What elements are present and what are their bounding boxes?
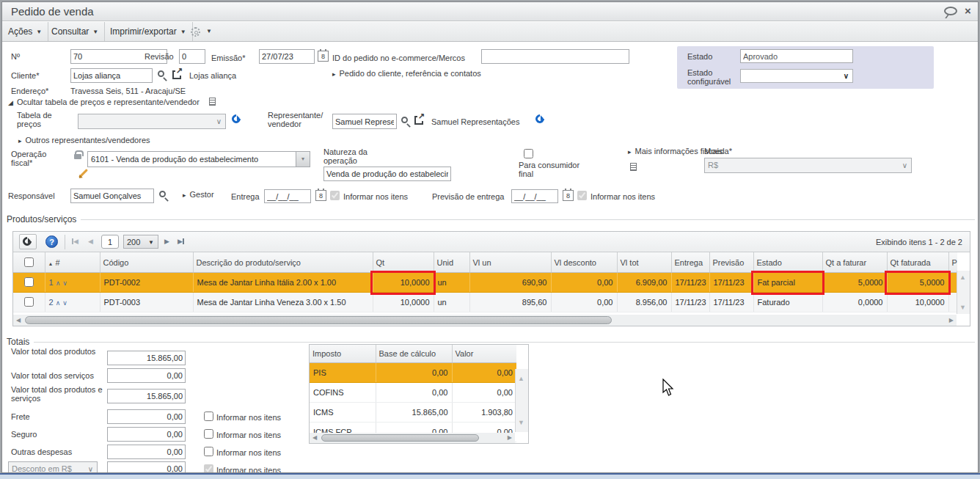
col-estado[interactable]: Estado — [753, 252, 822, 273]
entrega-date-field[interactable] — [264, 189, 311, 203]
operacao-fiscal-combo[interactable]: 6101 - Venda de produção do estabelecime… — [87, 151, 310, 167]
outras-despesas-field[interactable] — [107, 445, 186, 459]
grid-refresh-button[interactable] — [19, 234, 37, 249]
frete-informar-checkbox[interactable] — [204, 412, 213, 421]
page-prev-button[interactable]: ◀ — [88, 238, 93, 245]
scroll-up-icon[interactable]: ▲ — [518, 375, 524, 382]
scroll-down-icon[interactable]: ▼ — [959, 304, 966, 311]
col-vl-tot[interactable]: Vl tot — [617, 252, 671, 273]
move-up-icon[interactable]: ∧ — [56, 299, 61, 307]
scrollbar-thumb[interactable] — [25, 316, 612, 324]
col-qt-faturada[interactable]: Qt faturada — [887, 252, 948, 273]
refresh-icon[interactable] — [230, 113, 243, 125]
move-down-icon[interactable]: ∨ — [62, 299, 67, 307]
outras-informar-checkbox[interactable] — [204, 447, 213, 456]
scroll-left-icon[interactable]: ◀ — [16, 317, 21, 323]
desconto-tipo-select[interactable]: Desconto em R$ ∨ — [8, 461, 98, 473]
scroll-up-icon[interactable]: ▲ — [959, 274, 966, 281]
moeda-select[interactable]: R$ ∨ — [704, 158, 912, 173]
refresh-icon[interactable] — [534, 113, 546, 125]
col-vl-un[interactable]: Vl un — [469, 252, 551, 273]
select-all-checkbox[interactable] — [24, 257, 34, 267]
col-descricao[interactable]: Descrição do produto/serviço — [193, 252, 373, 273]
consumidor-final-checkbox[interactable] — [524, 149, 533, 158]
page-next-button[interactable]: ▶ — [164, 238, 169, 245]
gear-menu-caret-icon[interactable]: ▼ — [206, 28, 212, 34]
document-lines-icon[interactable] — [630, 163, 637, 171]
menu-consultar[interactable]: Consultar▼ — [45, 22, 105, 41]
gear-icon[interactable] — [191, 27, 200, 37]
estado-configuravel-select[interactable]: ∨ — [740, 69, 853, 83]
responsavel-field[interactable] — [70, 189, 154, 203]
scroll-down-icon[interactable]: ▼ — [518, 419, 524, 426]
menu-imprimir-exportar[interactable]: Imprimir/exportar▼ — [104, 22, 193, 41]
calendar-icon[interactable]: 8 — [318, 51, 329, 62]
seguro-informar-checkbox[interactable] — [204, 429, 213, 439]
menu-acoes[interactable]: Ações▼ — [2, 22, 48, 41]
scroll-left-icon[interactable]: ◀ — [312, 434, 317, 441]
cliente-field[interactable] — [70, 68, 153, 83]
col-vl-desconto[interactable]: Vl desconto — [551, 252, 617, 273]
vertical-scrollbar[interactable]: ▲ ▼ — [515, 369, 528, 432]
pedido-cliente-expander[interactable]: ▸Pedido do cliente, referência e contato… — [332, 69, 481, 78]
desconto-field[interactable] — [107, 461, 186, 473]
row-checkbox[interactable] — [24, 297, 34, 307]
scrollbar-thumb[interactable] — [321, 434, 479, 442]
natureza-field[interactable] — [323, 167, 451, 181]
outros-representantes-expander[interactable]: ▸Outros representantes/vendedores — [18, 136, 150, 145]
edit-pencil-icon[interactable] — [78, 169, 88, 178]
scroll-right-icon[interactable]: ▶ — [949, 317, 954, 323]
comment-balloon-icon[interactable] — [944, 7, 957, 15]
col-imposto[interactable]: Imposto — [310, 345, 376, 362]
valor-prod-serv-field[interactable] — [107, 389, 186, 403]
previsao-date-field[interactable] — [511, 189, 558, 203]
page-number-field[interactable] — [101, 235, 119, 249]
horizontal-scrollbar[interactable]: ◀ ▶ — [310, 433, 515, 443]
page-size-select[interactable]: 200 ▼ — [123, 235, 158, 249]
open-record-icon[interactable] — [414, 116, 423, 125]
ocultar-tabela-expander[interactable]: ◢Ocultar tabela de preços e representant… — [8, 98, 200, 106]
search-icon[interactable] — [158, 70, 164, 77]
col-previsao[interactable]: Previsão — [709, 252, 753, 273]
col-qt[interactable]: Qt — [373, 252, 434, 273]
move-up-icon[interactable]: ∧ — [56, 279, 61, 287]
page-last-button[interactable]: ▶ — [178, 238, 184, 245]
horizontal-scrollbar[interactable]: ◀ ▶ — [13, 315, 957, 326]
seguro-field[interactable] — [107, 427, 186, 442]
representante-field[interactable] — [332, 114, 397, 129]
tax-row[interactable]: ICMS 15.865,00 1.903,80 — [310, 402, 516, 422]
help-icon[interactable]: ? — [45, 235, 58, 248]
page-first-button[interactable]: ◀ — [72, 238, 78, 245]
col-qt-a-faturar[interactable]: Qt a faturar — [822, 252, 887, 273]
table-row[interactable]: 1 ∧ ∨ PDT-0002 Mesa de Jantar Linha Itál… — [13, 273, 957, 293]
valor-servicos-field[interactable] — [107, 368, 186, 383]
scroll-right-icon[interactable]: ▶ — [508, 434, 512, 441]
move-down-icon[interactable]: ∨ — [62, 279, 67, 287]
gestor-expander[interactable]: ▸Gestor — [183, 190, 214, 199]
tabela-precos-select[interactable]: ∨ — [78, 114, 226, 129]
valor-produtos-field[interactable] — [107, 351, 186, 365]
row-checkbox[interactable] — [24, 277, 34, 287]
calendar-icon[interactable]: 8 — [563, 190, 574, 201]
tax-row[interactable]: COFINS 0,00 0,00 — [310, 382, 516, 402]
col-pro[interactable]: Pro — [948, 252, 957, 273]
search-icon[interactable] — [401, 117, 408, 123]
table-row[interactable]: 2 ∧ ∨ PDT-0003 Mesa de Jantar Linha Vene… — [13, 293, 957, 312]
tax-row[interactable]: PIS 0,00 0,00 — [310, 362, 516, 382]
col-base-calculo[interactable]: Base de cálculo — [376, 345, 452, 362]
frete-field[interactable] — [107, 409, 186, 424]
id-ecommerce-field[interactable] — [481, 49, 629, 64]
calendar-icon[interactable]: 8 — [315, 190, 326, 201]
col-num[interactable]: ▲ # — [45, 252, 100, 273]
document-lines-icon[interactable] — [209, 98, 216, 106]
col-codigo[interactable]: Código — [100, 252, 193, 273]
close-icon[interactable]: × — [965, 6, 971, 16]
col-unid[interactable]: Unid — [434, 252, 469, 273]
revisao-field[interactable] — [179, 49, 205, 64]
col-valor[interactable]: Valor — [452, 345, 516, 362]
search-icon[interactable] — [159, 191, 166, 197]
emissao-field[interactable] — [259, 49, 315, 64]
col-entrega[interactable]: Entrega — [671, 252, 709, 273]
open-record-icon[interactable] — [172, 70, 181, 79]
vertical-scrollbar[interactable]: ▲ ▼ — [957, 271, 970, 314]
